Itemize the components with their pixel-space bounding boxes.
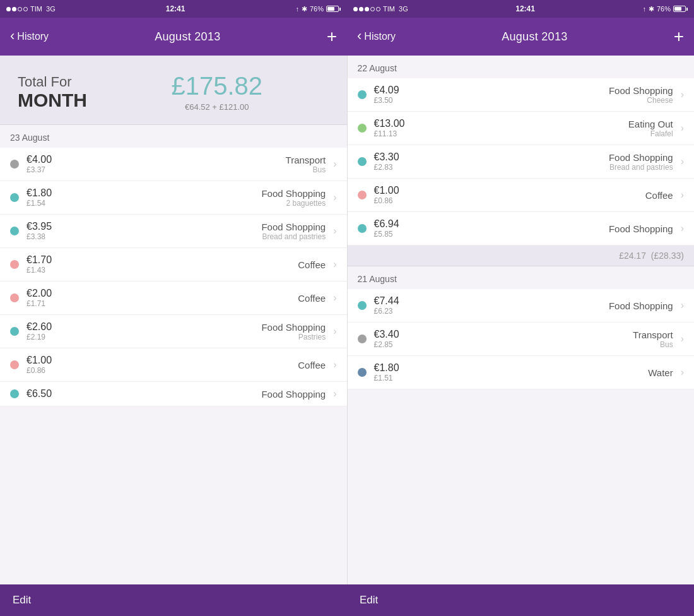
back-chevron-right: ‹ — [357, 28, 362, 44]
amount-eur: €4.00 — [26, 154, 77, 165]
carrier-right: TIM 3G — [383, 5, 408, 13]
category-block: Food Shopping — [85, 389, 326, 400]
amount-block: €4.09 £3.50 — [374, 85, 425, 105]
transaction-item[interactable]: €1.00 £0.86 Coffee › — [0, 348, 347, 382]
category-dot — [358, 124, 367, 133]
transaction-item[interactable]: €3.30 £2.83 Food Shopping Bread and past… — [348, 145, 695, 179]
category-block: Food Shopping Cheese — [432, 85, 673, 105]
category-block: Eating Out Falafel — [432, 119, 673, 138]
battery-right — [673, 6, 688, 12]
amount-gbp: £3.38 — [26, 232, 77, 241]
amount-gbp: £1.54 — [26, 199, 77, 208]
category-block: Food Shopping — [432, 223, 673, 234]
category-dot — [10, 193, 19, 202]
nav-title-left: August 2013 — [155, 30, 220, 44]
back-label-left: History — [17, 31, 49, 42]
category-name: Food Shopping — [432, 223, 673, 234]
category-name: Coffee — [85, 259, 326, 270]
bottom-bar-left: Edit — [0, 584, 347, 616]
transaction-item[interactable]: €1.80 £1.51 Water › — [348, 356, 695, 389]
nav-bar-left: ‹ History August 2013 + — [0, 18, 347, 56]
transaction-item[interactable]: €3.95 £3.38 Food Shopping Bread and past… — [0, 215, 347, 248]
category-dot — [10, 227, 19, 235]
back-button-right[interactable]: ‹ History — [357, 29, 396, 44]
amount-gbp: £2.83 — [374, 163, 425, 172]
category-sub: Bread and pastries — [432, 163, 673, 172]
amount-gbp: £11.13 — [374, 129, 425, 138]
add-button-left[interactable]: + — [327, 28, 337, 45]
transaction-item[interactable]: €6.50 Food Shopping › — [0, 382, 347, 406]
time-right: 12:41 — [515, 4, 535, 13]
amount-eur: €6.94 — [374, 218, 425, 230]
day-total-eur: (£28.33) — [651, 251, 684, 261]
transaction-item[interactable]: €4.00 £3.37 Transport Bus › — [0, 148, 347, 181]
arrow-icon-right: ↑ — [642, 5, 646, 13]
chevron-right-icon: › — [681, 300, 684, 311]
category-sub: Falafel — [432, 129, 673, 138]
edit-button-right[interactable]: Edit — [360, 594, 378, 607]
transaction-item[interactable]: €1.80 £1.54 Food Shopping 2 baguettes › — [0, 181, 347, 215]
nav-bar-right: ‹ History August 2013 + — [347, 18, 694, 56]
time-left: 12:41 — [166, 4, 185, 13]
bottom-bar-right: Edit — [347, 584, 694, 616]
category-block: Food Shopping Bread and pastries — [85, 222, 326, 241]
transaction-item[interactable]: €1.00 £0.86 Coffee › — [348, 179, 695, 212]
category-name: Food Shopping — [432, 300, 673, 311]
chevron-right-icon: › — [681, 367, 684, 378]
amount-eur: €1.80 — [374, 362, 425, 374]
chevron-right-icon: › — [333, 158, 336, 170]
transaction-item[interactable]: €2.60 £2.19 Food Shopping Pastries › — [0, 315, 347, 348]
carrier-left: TIM 3G — [30, 5, 56, 13]
section-header-21aug: 21 August — [348, 266, 695, 289]
amount-eur: €7.44 — [374, 295, 425, 307]
amount-eur: €2.60 — [26, 321, 77, 333]
chevron-right-icon: › — [681, 156, 684, 167]
chevron-right-icon: › — [333, 326, 336, 337]
back-button-left[interactable]: ‹ History — [10, 29, 49, 44]
chevron-right-icon: › — [681, 189, 684, 201]
amount-gbp: £1.43 — [26, 266, 77, 275]
amount-block: €1.80 £1.51 — [374, 362, 425, 382]
signal-right — [353, 7, 380, 11]
signal-left — [6, 7, 28, 11]
transaction-item[interactable]: €4.09 £3.50 Food Shopping Cheese › — [348, 78, 695, 112]
status-bar-right: TIM 3G 12:41 ↑ ✱ 76% — [347, 0, 694, 18]
amount-gbp: £0.86 — [26, 366, 77, 375]
amount-eur: €3.30 — [374, 151, 425, 163]
transaction-item[interactable]: €6.94 £5.85 Food Shopping › — [348, 212, 695, 246]
category-dot — [10, 160, 19, 169]
edit-button-left[interactable]: Edit — [13, 594, 31, 607]
amount-block: €4.00 £3.37 — [26, 154, 77, 174]
category-dot — [10, 293, 19, 302]
category-name: Transport — [85, 155, 326, 165]
chevron-right-icon: › — [681, 333, 684, 345]
amount-gbp: £3.37 — [26, 165, 77, 174]
transaction-item[interactable]: €3.40 £2.85 Transport Bus › — [348, 323, 695, 356]
category-name: Water — [432, 367, 673, 378]
chevron-right-icon: › — [333, 259, 336, 270]
amount-block: €2.60 £2.19 — [26, 321, 77, 341]
amount-gbp: £1.51 — [374, 374, 425, 382]
chevron-right-icon: › — [333, 388, 336, 400]
transaction-item[interactable]: €2.00 £1.71 Coffee › — [0, 281, 347, 315]
transaction-item[interactable]: €7.44 £6.23 Food Shopping › — [348, 289, 695, 323]
chevron-right-icon: › — [333, 292, 336, 304]
transaction-item[interactable]: €1.70 £1.43 Coffee › — [0, 248, 347, 281]
category-name: Coffee — [85, 360, 326, 370]
transaction-item[interactable]: €13.00 £11.13 Eating Out Falafel › — [348, 112, 695, 145]
amount-gbp: £1.71 — [26, 299, 77, 308]
category-name: Transport — [432, 329, 673, 340]
category-dot — [358, 157, 367, 166]
amount-eur: €6.50 — [26, 388, 77, 400]
battery-left — [326, 6, 341, 12]
category-block: Food Shopping — [432, 300, 673, 311]
category-name: Food Shopping — [432, 152, 673, 163]
add-button-right[interactable]: + — [674, 28, 684, 45]
category-block: Coffee — [85, 293, 326, 304]
category-dot — [10, 327, 19, 336]
amount-gbp: £5.85 — [374, 230, 425, 239]
category-sub: 2 baguettes — [85, 199, 326, 208]
chevron-right-icon: › — [333, 192, 336, 203]
battery-pct-left: 76% — [310, 5, 324, 13]
category-sub: Cheese — [432, 96, 673, 105]
